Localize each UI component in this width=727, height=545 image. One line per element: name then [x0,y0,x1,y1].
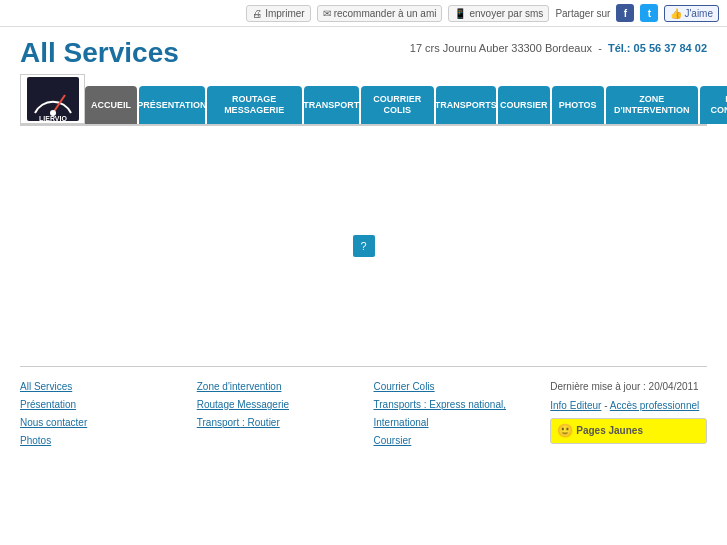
recommend-button[interactable]: ✉ recommander à un ami [317,5,443,22]
nav-menu: ACCUEILPRÉSENTATIONROUTAGE MESSAGERIETRA… [85,74,727,124]
center-icon-text: ? [360,240,366,252]
nav-item-zone-d-intervention[interactable]: ZONE D'INTERVENTION [606,86,698,124]
nav-item-coursier[interactable]: COURSIER [498,86,550,124]
pj-smiley-icon: 🙂 [557,421,573,441]
footer-col-4: Dernière mise à jour : 20/04/2011Info Ed… [550,379,707,448]
sms-icon: 📱 [454,8,466,19]
send-sms-button[interactable]: 📱 envoyer par sms [448,5,549,22]
site-footer: All ServicesPrésentationNous contacterPh… [0,367,727,460]
nav-item-transport[interactable]: TRANSPORT [304,86,359,124]
last-update: Dernière mise à jour : 20/04/2011 [550,379,707,394]
footer-link[interactable]: Nous contacter [20,415,177,430]
footer-link[interactable]: Coursier [374,433,531,448]
nav-item-accueil[interactable]: ACCUEIL [85,86,137,124]
nav-item-nous-contacter[interactable]: NOUS CONTACTER [700,86,727,124]
nav-item-transports[interactable]: TRANSPORTS [436,86,496,124]
logo-svg: LIERVIO [27,77,79,121]
footer-link[interactable]: Transport : Routier [197,415,354,430]
tel-label: Tél.: [608,42,631,54]
footer-link[interactable]: Transports : Express national, [374,397,531,412]
footer-link[interactable]: Courrier Colis [374,379,531,394]
info-editeur-link[interactable]: Info Editeur [550,400,601,411]
recommend-icon: ✉ [323,8,331,19]
contact-info: 17 crs Journu Auber 33300 Bordeaux - Tél… [410,37,707,54]
print-icon: 🖨 [252,8,262,19]
footer-link[interactable]: Présentation [20,397,177,412]
like-label: J'aime [684,8,713,19]
logo-box: LIERVIO [20,74,85,124]
site-header: All Services 17 crs Journu Auber 33300 B… [0,27,727,74]
svg-text:LIERVIO: LIERVIO [39,115,67,121]
twitter-icon[interactable]: t [640,4,658,22]
nav-item-courrier-colis[interactable]: COURRIER COLIS [361,86,434,124]
like-button[interactable]: 👍 J'aime [664,5,719,22]
footer-link[interactable]: Zone d'intervention [197,379,354,394]
nav-item-routage-messagerie[interactable]: ROUTAGE MESSAGERIE [207,86,302,124]
nav-item-pr-sentation[interactable]: PRÉSENTATION [139,86,205,124]
thumbs-up-icon: 👍 [670,8,682,19]
print-label: Imprimer [265,8,304,19]
share-label: Partager sur [555,8,610,19]
center-icon: ? [353,235,375,257]
pages-jaunes-label: Pages Jaunes [576,423,643,438]
site-title: All Services [20,37,179,69]
footer-link[interactable]: Photos [20,433,177,448]
facebook-icon[interactable]: f [616,4,634,22]
top-toolbar: 🖨 Imprimer ✉ recommander à un ami 📱 envo… [0,0,727,27]
address: 17 crs Journu Auber 33300 Bordeaux [410,42,592,54]
footer-link[interactable]: All Services [20,379,177,394]
footer-col-2: Zone d'interventionRoutage MessagerieTra… [197,379,354,448]
pages-jaunes-badge[interactable]: 🙂Pages Jaunes [550,418,707,444]
nav-item-photos[interactable]: PHOTOS [552,86,604,124]
nav-wrapper: LIERVIO ACCUEILPRÉSENTATIONROUTAGE MESSA… [0,74,727,124]
footer-col-3: Courrier ColisTransports : Express natio… [374,379,531,448]
recommend-label: recommander à un ami [334,8,437,19]
main-content: ? [0,126,727,366]
acces-professionnel-link[interactable]: Accès professionnel [610,400,700,411]
print-button[interactable]: 🖨 Imprimer [246,5,310,22]
send-label: envoyer par sms [469,8,543,19]
footer-col-1: All ServicesPrésentationNous contacterPh… [20,379,177,448]
footer-link[interactable]: International [374,415,531,430]
footer-link[interactable]: Routage Messagerie [197,397,354,412]
tel-number: 05 56 37 84 02 [634,42,707,54]
